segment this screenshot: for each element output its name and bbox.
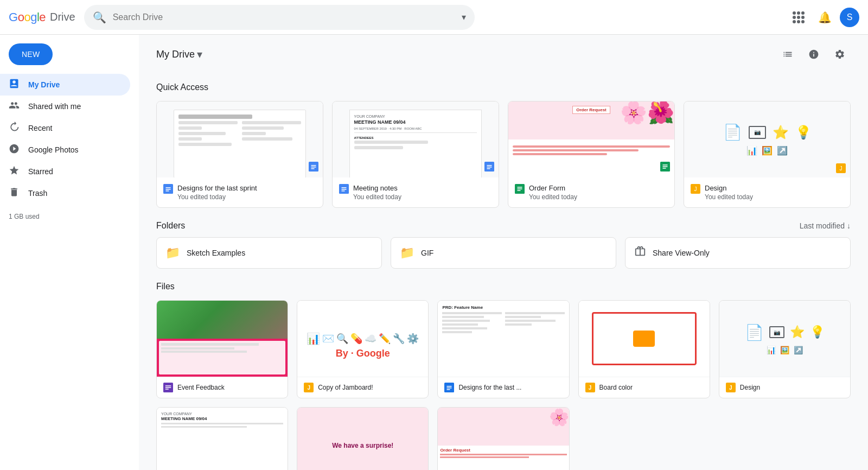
sidebar-item-trash[interactable]: Trash <box>0 182 130 204</box>
sheets-icon-3 <box>660 162 670 172</box>
drive-breadcrumb: My Drive ▾ <box>156 48 202 61</box>
list-view-button[interactable] <box>777 43 799 65</box>
doc-thumbnail-1 <box>174 110 307 177</box>
new-button[interactable]: NEW <box>9 43 53 65</box>
notifications-button[interactable]: 🔔 <box>814 7 835 28</box>
avatar[interactable]: S <box>840 8 859 27</box>
file-footer-5: J Design <box>719 377 850 398</box>
file-card-bottom-2[interactable]: We have a surprise! We have a surprise! <box>297 407 429 470</box>
file-type-icon-1 <box>163 184 173 194</box>
folder-name-3: Share View-Only <box>653 249 710 257</box>
file-type-icon-fi5: J <box>726 383 736 392</box>
quick-card-thumb-4: 📄 📷 ⭐ 💡 📊 🖼️ ↗️ <box>684 101 850 177</box>
breadcrumb-chevron[interactable]: ▾ <box>197 48 202 61</box>
search-dropdown-icon[interactable]: ▾ <box>462 12 466 22</box>
sidebar-item-photos[interactable]: Google Photos <box>0 139 130 161</box>
file-thumb-b3: 🌸 Order Request <box>438 408 569 470</box>
file-card-designs-last[interactable]: PRD: Feature Name <box>437 300 569 398</box>
design-thumb-content: 📄 📷 ⭐ 💡 📊 🖼️ ↗️ <box>719 119 816 160</box>
file-thumb-b1: YOUR COMPANY MEETING NAME 09/04 <box>157 408 288 470</box>
folder-sketch-examples[interactable]: 📁 Sketch Examples <box>156 237 382 269</box>
sidebar-label-recent: Recent <box>28 124 52 132</box>
quick-card-thumb-1 <box>157 101 323 177</box>
folder-icon-2: 📁 <box>400 246 414 260</box>
file-card-bottom-3[interactable]: 🌸 Order Request Order Form <box>437 407 569 470</box>
quick-card-time-3: You edited today <box>529 193 668 201</box>
file-footer-4: J Board color <box>579 377 710 398</box>
file-card-design[interactable]: 📄 📷 ⭐ 💡 📊 🖼️ ↗️ <box>719 300 851 398</box>
quick-card-info-3: Order Form You edited today <box>529 184 668 201</box>
quick-access-title: Quick Access <box>156 82 851 92</box>
sidebar-item-starred[interactable]: Starred <box>0 161 130 182</box>
main-layout: NEW My Drive Shared with me <box>0 35 868 470</box>
folder-name-1: Sketch Examples <box>187 249 245 257</box>
info-button[interactable] <box>803 43 825 65</box>
sidebar-item-shared[interactable]: Shared with me <box>0 96 130 117</box>
top-bar: My Drive ▾ <box>139 35 868 69</box>
quick-card-name-1: Designs for the last sprint <box>177 184 316 192</box>
search-icon: 🔍 <box>93 11 106 24</box>
trash-icon <box>9 187 20 200</box>
order-thumb: 🌸🌺 Order Request <box>508 101 674 177</box>
settings-button[interactable] <box>829 43 851 65</box>
quick-card-name-2: Meeting notes <box>353 184 492 192</box>
folders-grid: 📁 Sketch Examples 📁 GIF Share View-Only <box>156 237 851 269</box>
file-name-5: Design <box>740 384 760 391</box>
sidebar-label-starred: Starred <box>28 167 53 176</box>
view-controls <box>777 43 851 65</box>
file-type-icon-fi4: J <box>585 383 595 392</box>
quick-card-footer-3: Order Form You edited today <box>508 177 674 207</box>
quick-card-design[interactable]: 📄 📷 ⭐ 💡 📊 🖼️ ↗️ <box>684 101 851 208</box>
quick-card-order-form[interactable]: 🌸🌺 Order Request <box>508 101 675 208</box>
photos-icon <box>9 143 20 157</box>
quick-card-footer-1: Designs for the last sprint You edited t… <box>157 177 323 207</box>
sort-button[interactable]: Last modified ↓ <box>800 221 851 230</box>
sidebar-label-trash: Trash <box>28 189 47 198</box>
sort-label: Last modified <box>800 221 845 230</box>
file-thumb-5: 📄 📷 ⭐ 💡 📊 🖼️ ↗️ <box>719 301 850 377</box>
file-card-bottom-1[interactable]: YOUR COMPANY MEETING NAME 09/04 Meeting … <box>156 407 288 470</box>
quick-card-designs-sprint[interactable]: Designs for the last sprint You edited t… <box>156 101 323 208</box>
folder-name-2: GIF <box>421 249 433 257</box>
search-bar: 🔍 ▾ <box>84 5 475 30</box>
file-thumb-4 <box>579 301 710 377</box>
breadcrumb-my-drive[interactable]: My Drive <box>156 49 195 60</box>
file-thumb-3: PRD: Feature Name <box>438 301 569 377</box>
file-name-1: Event Feedback <box>177 384 225 391</box>
sidebar-nav: My Drive Shared with me Recent <box>0 74 139 204</box>
file-name-4: Board color <box>599 384 633 391</box>
file-type-icon-2 <box>339 184 349 194</box>
sidebar-item-recent[interactable]: Recent <box>0 117 130 139</box>
file-footer-2: J Copy of Jamboard! <box>297 377 428 398</box>
sidebar-item-my-drive[interactable]: My Drive <box>0 74 130 96</box>
my-drive-icon <box>9 78 20 92</box>
folder-icon-1: 📁 <box>165 246 180 260</box>
grid-icon <box>793 11 805 23</box>
doc-icon-1 <box>309 162 318 172</box>
file-card-event-feedback[interactable]: Event Feedback <box>156 300 288 398</box>
quick-card-name-3: Order Form <box>529 184 668 192</box>
file-type-icon-4: J <box>691 184 700 194</box>
file-thumb-b2: We have a surprise! <box>297 408 428 470</box>
sidebar-label-photos: Google Photos <box>28 145 79 154</box>
meeting-doc-thumb: YOUR COMPANY MEETING NAME 09/04 04 SEPTE… <box>349 110 482 177</box>
starred-icon <box>9 165 20 179</box>
folder-gif[interactable]: 📁 GIF <box>391 237 616 269</box>
sidebar-label-shared: Shared with me <box>28 102 81 111</box>
sort-arrow-icon: ↓ <box>847 221 851 230</box>
folder-share-view-only[interactable]: Share View-Only <box>625 237 851 269</box>
file-thumb-1 <box>157 301 288 377</box>
file-type-icon-fi3 <box>444 383 454 392</box>
quick-card-meeting-notes[interactable]: YOUR COMPANY MEETING NAME 09/04 04 SEPTE… <box>332 101 499 208</box>
file-card-jamboard[interactable]: 📊 ✉️ 🔍 💊 ☁️ ✏️ 🔧 ⚙️ By · Google J <box>297 300 429 398</box>
google-logo[interactable]: Google Drive <box>9 10 75 24</box>
board-thumb <box>579 301 710 377</box>
apps-button[interactable] <box>788 7 809 28</box>
search-input[interactable] <box>113 12 455 22</box>
quick-card-info-1: Designs for the last sprint You edited t… <box>177 184 316 201</box>
file-card-board-color[interactable]: J Board color <box>578 300 710 398</box>
board-shape <box>633 331 655 347</box>
quick-card-footer-2: Meeting notes You edited today <box>333 177 499 207</box>
doc-icon-2 <box>484 162 494 172</box>
file-type-icon-fi1 <box>163 383 173 392</box>
